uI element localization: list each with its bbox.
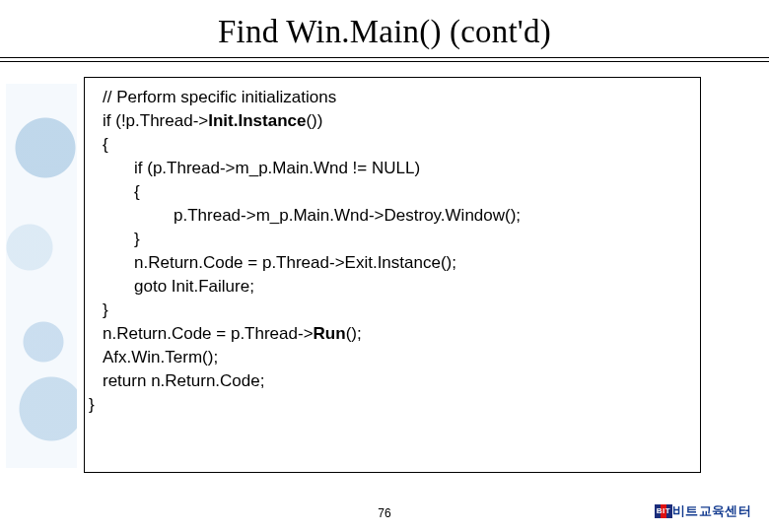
code-line: if (!p.Thread->Init.Instance()) [103, 109, 688, 133]
code-line: p.Thread->m_p.Main.Wnd->Destroy.Window()… [103, 204, 688, 228]
code-emphasis: Init.Instance [208, 111, 306, 130]
footer-org-label: 비트교육센터 [672, 502, 751, 520]
code-text: n.Return.Code = p.Thread-> [103, 324, 314, 343]
code-text: if (!p.Thread-> [103, 111, 208, 130]
footer-logo-text: BIT [655, 504, 672, 518]
page-title: Find Win.Main() (cont'd) [0, 14, 769, 50]
title-underline [0, 57, 769, 63]
code-line: return n.Return.Code; [103, 369, 688, 393]
code-line: } [103, 299, 688, 322]
page-number: 76 [0, 506, 769, 520]
code-line: } [89, 393, 688, 417]
code-line: if (p.Thread->m_p.Main.Wnd != NULL) [103, 157, 688, 180]
code-line: { [103, 133, 688, 157]
decorative-background [6, 84, 77, 468]
code-line: goto Init.Failure; [103, 275, 688, 299]
code-line: // Perform specific initializations [103, 86, 688, 109]
code-emphasis: Run [314, 324, 346, 343]
code-block: // Perform specific initializations if (… [84, 77, 701, 473]
code-line: Afx.Win.Term(); [103, 346, 688, 369]
slide: Find Win.Main() (cont'd) // Perform spec… [0, 0, 769, 532]
code-line: { [103, 180, 688, 204]
code-text: ()) [306, 111, 322, 130]
code-line: n.Return.Code = p.Thread->Run(); [103, 322, 688, 346]
code-line: } [103, 228, 688, 251]
code-line: n.Return.Code = p.Thread->Exit.Instance(… [103, 251, 688, 275]
code-text: (); [346, 324, 362, 343]
